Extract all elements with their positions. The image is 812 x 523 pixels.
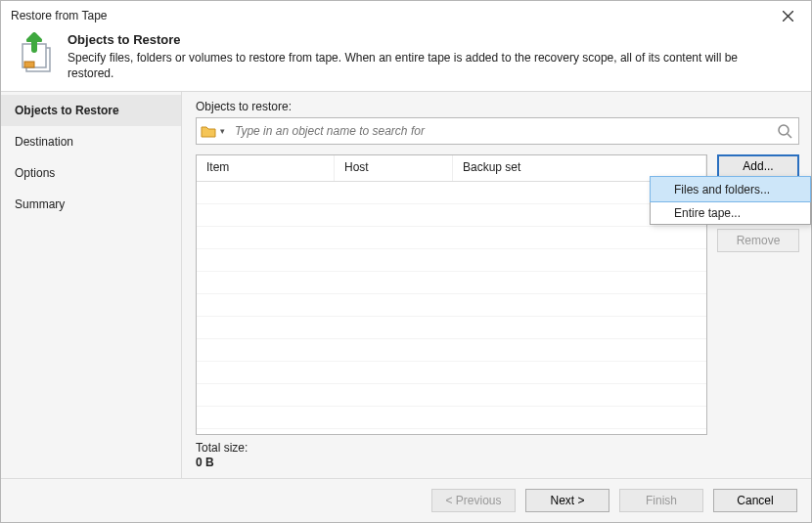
header-title: Objects to Restore [68, 32, 772, 47]
total-size-label: Total size: [196, 441, 248, 455]
menu-files-and-folders[interactable]: Files and folders... [650, 176, 811, 202]
step-destination[interactable]: Destination [1, 126, 181, 157]
objects-grid[interactable]: Item Host Backup set [196, 154, 707, 435]
search-icon[interactable] [777, 123, 792, 139]
grid-header: Item Host Backup set [197, 155, 706, 182]
col-item[interactable]: Item [197, 155, 335, 181]
folder-icon[interactable] [201, 124, 216, 138]
svg-rect-4 [24, 62, 34, 67]
grid-rows[interactable] [197, 182, 706, 434]
window-title: Restore from Tape [11, 9, 768, 22]
remove-button: Remove [717, 229, 799, 252]
add-button[interactable]: Add... [717, 154, 799, 178]
wizard-steps: Objects to Restore Destination Options S… [1, 92, 182, 478]
folder-dropdown-icon[interactable]: ▾ [218, 126, 227, 136]
next-button[interactable]: Next > [525, 489, 609, 512]
add-menu: Files and folders... Entire tape... [650, 176, 811, 225]
previous-button: < Previous [431, 489, 516, 512]
close-button[interactable] [768, 1, 807, 30]
cancel-button[interactable]: Cancel [713, 489, 797, 512]
total-size-value: 0 B [196, 456, 214, 469]
title-bar: Restore from Tape [1, 1, 811, 30]
search-bar: ▾ [196, 117, 799, 145]
close-icon [783, 11, 793, 22]
restore-from-tape-dialog: Restore from Tape Objects to Restore Spe… [0, 0, 812, 523]
svg-point-6 [779, 125, 789, 135]
restore-tape-icon [15, 32, 58, 75]
step-summary[interactable]: Summary [1, 189, 181, 220]
finish-button: Finish [619, 489, 703, 512]
search-input[interactable] [233, 123, 777, 139]
footer: < Previous Next > Finish Cancel [1, 478, 811, 522]
svg-line-7 [788, 134, 791, 138]
step-objects-to-restore[interactable]: Objects to Restore [1, 95, 181, 126]
header: Objects to Restore Specify files, folder… [1, 30, 811, 91]
menu-entire-tape[interactable]: Entire tape... [651, 201, 810, 224]
header-description: Specify files, folders or volumes to res… [68, 50, 772, 81]
step-options[interactable]: Options [1, 157, 181, 189]
col-host[interactable]: Host [335, 155, 453, 181]
total-size: Total size: 0 B [196, 441, 799, 470]
objects-to-restore-label: Objects to restore: [196, 100, 799, 113]
